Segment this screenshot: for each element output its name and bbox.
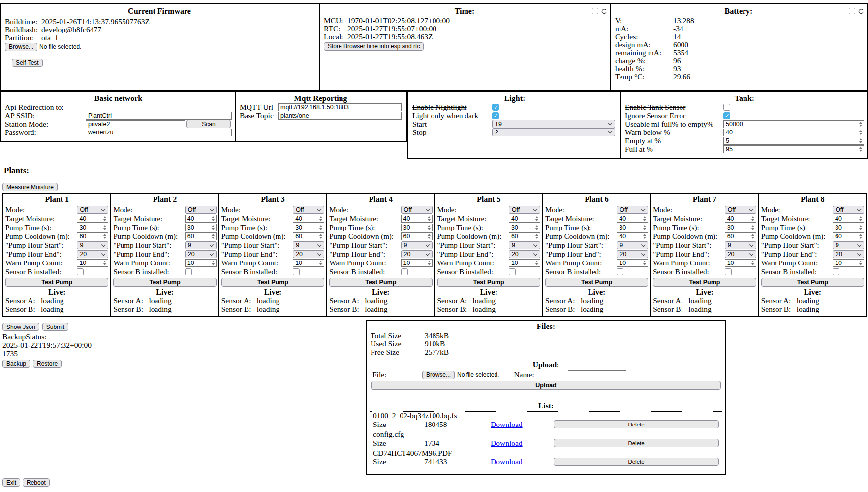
upload-name-input[interactable] — [568, 370, 626, 379]
test-pump-button[interactable]: Test Pump — [5, 278, 108, 287]
pump-cooldown-input[interactable]: 60 — [185, 232, 217, 240]
pump-hour-end-select[interactable]: 20 — [833, 250, 864, 258]
pump-hour-end-select[interactable]: 20 — [509, 250, 540, 258]
enable-nightlight-checkbox[interactable] — [492, 104, 499, 111]
sensor-b-installed-checkbox[interactable] — [401, 268, 408, 275]
warn-below-input[interactable]: 40 — [723, 129, 864, 136]
target-moisture-input[interactable]: 40 — [77, 215, 108, 223]
spinner-up-down-icon[interactable] — [859, 216, 862, 221]
light-only-dark-checkbox[interactable] — [492, 112, 499, 119]
spinner-up-down-icon[interactable] — [535, 225, 538, 230]
warn-pump-count-input[interactable]: 10 — [617, 259, 648, 267]
target-moisture-input[interactable]: 40 — [617, 215, 648, 223]
time-autorefresh-checkbox[interactable] — [592, 8, 598, 14]
ap-ssid-input[interactable] — [86, 112, 232, 120]
full-at-input[interactable]: 95 — [723, 145, 864, 153]
battery-autorefresh-checkbox[interactable] — [849, 8, 855, 14]
pump-hour-end-select[interactable]: 20 — [401, 250, 433, 258]
sensor-b-installed-checkbox[interactable] — [293, 268, 300, 275]
spinner-up-down-icon[interactable] — [428, 234, 431, 239]
pump-hour-start-select[interactable]: 9 — [725, 241, 756, 249]
mode-select[interactable]: Off — [725, 206, 756, 214]
warn-pump-count-input[interactable]: 10 — [509, 259, 540, 267]
sensor-b-installed-checkbox[interactable] — [509, 268, 516, 275]
delete-button[interactable]: Delete — [554, 439, 719, 447]
spinner-up-down-icon[interactable] — [859, 130, 862, 135]
enable-tank-sensor-checkbox[interactable] — [723, 104, 730, 111]
pump-cooldown-input[interactable]: 60 — [833, 232, 864, 240]
pump-time-input[interactable]: 30 — [509, 224, 540, 231]
spinner-up-down-icon[interactable] — [212, 216, 215, 221]
pump-hour-end-select[interactable]: 20 — [185, 250, 217, 258]
spinner-up-down-icon[interactable] — [643, 225, 646, 230]
scan-button[interactable]: Scan — [186, 120, 231, 128]
mode-select[interactable]: Off — [293, 206, 324, 214]
useable-ml-input[interactable]: 50000 — [723, 120, 864, 128]
spinner-up-down-icon[interactable] — [319, 225, 322, 230]
upload-browse-button[interactable]: Browse... — [422, 371, 455, 379]
delete-button[interactable]: Delete — [554, 420, 719, 428]
firmware-browse-button[interactable]: Browse... — [5, 43, 37, 51]
sensor-b-installed-checkbox[interactable] — [833, 268, 839, 275]
test-pump-button[interactable]: Test Pump — [221, 278, 324, 287]
test-pump-button[interactable]: Test Pump — [545, 278, 648, 287]
spinner-up-down-icon[interactable] — [428, 225, 431, 230]
pump-cooldown-input[interactable]: 60 — [725, 232, 756, 240]
restore-button[interactable]: Restore — [33, 360, 62, 368]
pump-time-input[interactable]: 30 — [401, 224, 433, 231]
spinner-up-down-icon[interactable] — [751, 234, 754, 239]
delete-button[interactable]: Delete — [554, 458, 719, 466]
reboot-button[interactable]: Reboot — [23, 478, 50, 487]
warn-pump-count-input[interactable]: 10 — [185, 259, 217, 267]
spinner-up-down-icon[interactable] — [212, 225, 215, 230]
pump-hour-start-select[interactable]: 9 — [833, 241, 864, 249]
pump-hour-start-select[interactable]: 9 — [185, 241, 217, 249]
pump-cooldown-input[interactable]: 60 — [509, 232, 540, 240]
password-input[interactable] — [86, 129, 232, 136]
spinner-up-down-icon[interactable] — [103, 234, 106, 239]
pump-hour-start-select[interactable]: 9 — [401, 241, 433, 249]
pump-cooldown-input[interactable]: 60 — [401, 232, 433, 240]
spinner-up-down-icon[interactable] — [643, 261, 646, 265]
show-json-button[interactable]: Show Json — [2, 323, 39, 331]
light-stop-select[interactable]: 2 — [492, 128, 615, 136]
spinner-up-down-icon[interactable] — [859, 122, 862, 127]
download-link[interactable]: Download — [491, 420, 523, 429]
pump-hour-end-select[interactable]: 20 — [617, 250, 648, 258]
pump-time-input[interactable]: 30 — [617, 224, 648, 231]
spinner-up-down-icon[interactable] — [319, 216, 322, 221]
spinner-up-down-icon[interactable] — [859, 138, 862, 143]
spinner-up-down-icon[interactable] — [319, 234, 322, 239]
mode-select[interactable]: Off — [77, 206, 108, 214]
spinner-up-down-icon[interactable] — [751, 225, 754, 230]
backup-button[interactable]: Backup — [2, 360, 30, 368]
pump-time-input[interactable]: 30 — [833, 224, 864, 231]
spinner-up-down-icon[interactable] — [103, 216, 106, 221]
spinner-up-down-icon[interactable] — [751, 261, 754, 265]
spinner-up-down-icon[interactable] — [643, 216, 646, 221]
spinner-up-down-icon[interactable] — [859, 261, 862, 265]
pump-time-input[interactable]: 30 — [185, 224, 217, 231]
station-mode-input[interactable] — [86, 120, 185, 128]
spinner-up-down-icon[interactable] — [428, 261, 431, 265]
target-moisture-input[interactable]: 40 — [401, 215, 433, 223]
mode-select[interactable]: Off — [833, 206, 864, 214]
test-pump-button[interactable]: Test Pump — [761, 278, 864, 287]
sensor-b-installed-checkbox[interactable] — [185, 268, 192, 275]
test-pump-button[interactable]: Test Pump — [653, 278, 756, 287]
self-test-button[interactable]: Self-Test — [12, 59, 43, 67]
sensor-b-installed-checkbox[interactable] — [617, 268, 623, 275]
mqtt-url-input[interactable] — [278, 103, 402, 111]
spinner-up-down-icon[interactable] — [103, 261, 106, 265]
pump-time-input[interactable]: 30 — [77, 224, 108, 231]
sensor-b-installed-checkbox[interactable] — [725, 268, 732, 275]
warn-pump-count-input[interactable]: 10 — [833, 259, 864, 267]
ignore-sensor-error-checkbox[interactable] — [723, 112, 730, 119]
sensor-b-installed-checkbox[interactable] — [77, 268, 84, 275]
spinner-up-down-icon[interactable] — [428, 216, 431, 221]
warn-pump-count-input[interactable]: 10 — [293, 259, 324, 267]
pump-hour-start-select[interactable]: 9 — [617, 241, 648, 249]
mode-select[interactable]: Off — [401, 206, 433, 214]
measure-moisture-button[interactable]: Measure Moisture — [2, 183, 58, 191]
test-pump-button[interactable]: Test Pump — [329, 278, 432, 287]
